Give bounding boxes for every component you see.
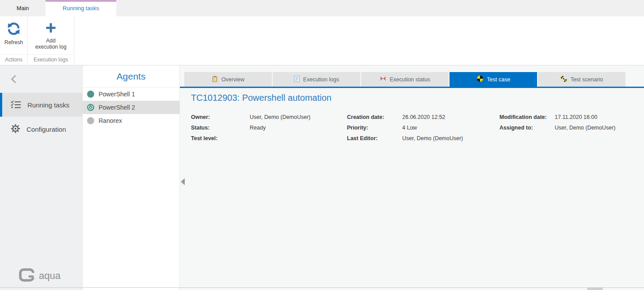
detail-value: 17.11.2020 16:00 — [555, 114, 597, 120]
detail-label: Test level: — [191, 135, 250, 141]
detail-row-creation-date: Creation date: 26.06.2020 12:52 — [347, 112, 463, 122]
detail-value: User, Demo (DemoUser) — [250, 114, 311, 120]
refresh-button-label: Refresh — [4, 39, 23, 46]
detail-row-assigned-to: Assigned to: User, Demo (DemoUser) — [499, 122, 616, 133]
tab-test-case[interactable]: Test case — [450, 72, 537, 87]
detail-label: Assigned to: — [499, 125, 555, 131]
tab-execution-logs[interactable]: Execution logs — [273, 72, 360, 87]
agent-offline-status-icon — [87, 117, 94, 124]
agent-name: Ranorex — [99, 117, 122, 124]
detail-row-modification-date: Modification date: 17.11.2020 16:00 — [499, 112, 616, 122]
tab-execution-status[interactable]: Execution status — [361, 72, 449, 87]
execution-status-icon — [380, 76, 386, 83]
window-bottom-border — [0, 287, 644, 288]
detail-value: 4 Low — [402, 125, 417, 131]
active-tab-underline — [180, 87, 644, 88]
tab-overview[interactable]: Overview — [184, 72, 272, 87]
tab-label: Overview — [221, 76, 244, 83]
panel-collapse-arrow-icon[interactable] — [181, 178, 185, 185]
agents-panel: Agents PowerShell 1 PowerShell 2 Ranorex — [83, 65, 180, 290]
content-pane: Overview Execution logs — [180, 65, 644, 290]
ribbon-group-actions-label: Actions — [0, 54, 27, 65]
add-execution-log-button[interactable]: Add execution log — [33, 20, 69, 52]
ribbon-group-execution-logs-label: Execution logs — [28, 54, 74, 65]
test-scenario-icon — [560, 76, 567, 84]
sidebar-item-running-tasks[interactable]: Running tasks — [0, 93, 83, 117]
ribbon-group-actions: Refresh Actions — [0, 16, 28, 65]
detail-label: Status: — [191, 125, 250, 131]
detail-row-owner: Owner: User, Demo (DemoUser) — [191, 112, 311, 122]
sidebar-item-label: Running tasks — [27, 101, 69, 109]
sidebar-item-configuration[interactable]: Configuration — [0, 118, 83, 140]
document-tab-strip: Overview Execution logs — [184, 72, 625, 87]
sidebar: Running tasks Configuration — [0, 65, 83, 290]
tab-label: Test case — [487, 76, 511, 83]
detail-row-priority: Priority: 4 Low — [347, 122, 463, 133]
aqua-logo-icon — [19, 268, 35, 284]
add-execution-log-label: Add execution log — [35, 38, 67, 50]
aqua-logo-text: aqua — [39, 270, 61, 282]
detail-value: 26.06.2020 12:52 — [402, 114, 445, 120]
active-tab-accent-strip — [46, 0, 116, 2]
window-tab-bar: Main Running tasks — [0, 0, 644, 16]
aqua-logo: aqua — [19, 268, 61, 284]
detail-label: Modification date: — [499, 114, 555, 120]
window-tab-main[interactable]: Main — [0, 0, 46, 16]
sidebar-item-label: Configuration — [27, 126, 66, 133]
refresh-icon — [7, 22, 21, 37]
plus-icon — [45, 22, 57, 35]
document-icon — [294, 76, 300, 84]
sidebar-collapse-button[interactable] — [11, 74, 20, 84]
tab-label: Execution status — [390, 76, 431, 83]
horizontal-scrollbar-thumb[interactable] — [587, 288, 603, 290]
clipboard-icon — [212, 76, 218, 84]
detail-value: Ready — [250, 125, 266, 131]
checklist-icon — [11, 100, 21, 110]
details-column-1: Owner: User, Demo (DemoUser) Status: Rea… — [191, 112, 311, 144]
refresh-button[interactable]: Refresh — [2, 20, 26, 47]
detail-row-last-editor: Last Editor: User, Demo (DemoUser) — [347, 133, 463, 144]
detail-label: Priority: — [347, 125, 402, 131]
detail-label: Creation date: — [347, 114, 402, 120]
window-tab-running-tasks-label: Running tasks — [63, 5, 99, 11]
details-column-2: Creation date: 26.06.2020 12:52 Priority… — [347, 112, 463, 144]
gear-icon — [11, 124, 20, 135]
tab-test-scenario[interactable]: Test scenario — [538, 72, 625, 87]
agent-item-powershell-2[interactable]: PowerShell 2 — [83, 101, 179, 114]
test-case-title: TC1012903: Powershell automation — [191, 93, 332, 103]
ribbon: Refresh Actions Add execution log Execut… — [0, 16, 644, 65]
selected-indicator-bar — [0, 93, 2, 117]
ribbon-group-execution-logs: Add execution log Execution logs — [28, 16, 74, 65]
agent-name: PowerShell 1 — [99, 91, 135, 98]
detail-label: Owner: — [191, 114, 250, 120]
window-tab-main-label: Main — [16, 5, 29, 11]
window-tab-running-tasks[interactable]: Running tasks — [46, 0, 116, 16]
detail-row-status: Status: Ready — [191, 122, 311, 133]
test-case-icon — [476, 75, 484, 84]
agent-item-powershell-1[interactable]: PowerShell 1 — [83, 88, 179, 101]
detail-value: User, Demo (DemoUser) — [402, 135, 463, 141]
tab-label: Execution logs — [303, 76, 339, 83]
agents-panel-title: Agents — [83, 65, 179, 88]
app-body: Running tasks Configuration — [0, 65, 644, 290]
agent-online-status-icon — [87, 91, 94, 98]
details-column-3: Modification date: 17.11.2020 16:00 Assi… — [499, 112, 616, 133]
agent-name: PowerShell 2 — [99, 104, 135, 111]
tab-label: Test scenario — [571, 76, 603, 83]
agent-busy-status-icon — [87, 104, 94, 111]
detail-value: User, Demo (DemoUser) — [555, 125, 616, 131]
detail-row-test-level: Test level: — [191, 133, 311, 144]
agent-item-ranorex[interactable]: Ranorex — [83, 114, 179, 127]
detail-label: Last Editor: — [347, 135, 402, 141]
